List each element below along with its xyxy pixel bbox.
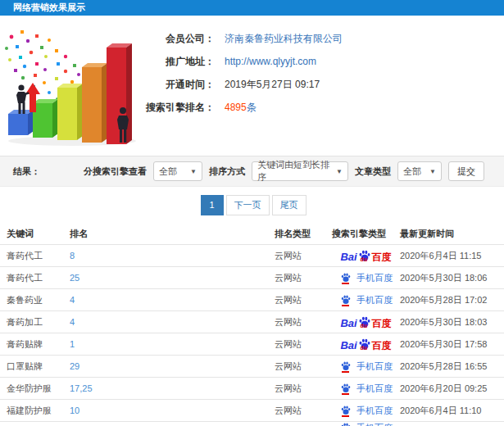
updated-cell: 2020年6月20日 09:25 (400, 383, 504, 395)
rank-cell: 17,25 (70, 383, 275, 393)
baidu-mobile-badge: 手机百度 (339, 383, 393, 395)
table-row: 秦鲁药业4云网站手机百度2020年5月28日 17:02 (0, 288, 504, 310)
page-title: 网络营销效果展示 (13, 2, 85, 14)
filter-bar: 结果： 分搜索引擎查看 全部 ▼ 排序方式 关键词由短到长排序 ▼ 文章类型 全… (0, 156, 504, 187)
info-row-open-time: 开通时间： 2019年5月27日 09:17 (139, 73, 504, 96)
keyword-cell: 膏药代工 (7, 250, 70, 262)
page-1-button[interactable]: 1 (201, 195, 224, 215)
ranking-count-unit: 条 (247, 102, 257, 113)
pagination: 1 下一页 尾页 (198, 195, 306, 215)
rank-type-cell: 云网站 (275, 316, 332, 329)
engine-cell: 手机百度 (332, 405, 400, 417)
engine-view-select[interactable]: 全部 ▼ (153, 161, 202, 181)
baidu-mobile-badge: 手机百度 (339, 360, 393, 373)
baidu-mobile-badge: 手机百度 (339, 405, 393, 417)
promo-url-label: 推广地址： (139, 55, 215, 69)
info-row-company: 会员公司： 济南秦鲁药业科技有限公司 (139, 27, 504, 50)
engine-cell: 手机百度 (332, 294, 400, 306)
updated-cell: 2020年5月30日 18:06 (400, 272, 504, 284)
engine-cell: Baidu百度 (332, 315, 400, 329)
baidu-mobile-badge: 手机百度 (339, 294, 393, 306)
updated-cell: 2020年6月4日 11:15 (400, 250, 504, 262)
rank-link[interactable]: 29 (70, 361, 79, 371)
rank-cell: 29 (70, 361, 275, 371)
baidu-underline (342, 371, 349, 373)
rank-link[interactable]: 25 (70, 273, 79, 283)
businessman-left (16, 84, 30, 114)
engine-view-selected-value: 全部 (159, 165, 184, 178)
last-page-button[interactable]: 尾页 (272, 195, 306, 215)
open-time-value: 2019年5月27日 09:17 (225, 78, 320, 92)
engine-cell: 手机百度 (332, 360, 400, 373)
baidu-mobile-badge: 手机百度 (339, 422, 393, 426)
rank-link[interactable]: 8 (70, 251, 75, 261)
table-row: 膏药加工4云网站Baidu百度2020年5月30日 18:03 (0, 310, 504, 333)
baidu-mobile-badge: 手机百度 (339, 272, 393, 284)
info-row-url: 推广地址： http://www.qlyyjt.com (139, 50, 504, 73)
keyword-cell: 膏药贴牌 (7, 338, 70, 351)
rank-cell: 4 (70, 295, 275, 305)
rank-cell: 1 (70, 339, 275, 349)
table-row: 口罩贴牌29云网站手机百度2020年5月28日 16:55 (0, 355, 504, 377)
rank-link[interactable]: 10 (70, 406, 79, 415)
rank-type-cell: 云网站 (275, 294, 332, 306)
keyword-cell: 秦鲁药业 (7, 294, 70, 306)
table-row: 金华防护服17,25云网站手机百度2020年6月20日 09:25 (0, 377, 504, 399)
engine-cell: 手机百度 (332, 383, 400, 395)
engine-cell: Baidu百度 (332, 249, 400, 262)
member-info-panel: 会员公司： 济南秦鲁药业科技有限公司 推广地址： http://www.qlyy… (139, 16, 504, 156)
updated-cell: 2020年5月28日 17:02 (400, 294, 504, 306)
keyword-cell: 膏药代工 (7, 272, 70, 284)
info-row-ranking-count: 搜索引擎排名： 4895条 (139, 96, 504, 119)
updated-cell: 2020年6月4日 11:10 (400, 405, 504, 417)
baidu-underline (342, 415, 349, 417)
rank-cell: 4 (70, 317, 275, 327)
result-label: 结果： (13, 165, 40, 178)
table-row: 福建防护服10云网站手机百度2020年6月4日 11:10 (0, 399, 504, 421)
rank-cell: 8 (70, 251, 275, 261)
company-label: 会员公司： (139, 32, 215, 46)
promo-url-link[interactable]: http://www.qlyyjt.com (225, 56, 316, 67)
sort-selected-value: 关键词由短到长排序 (257, 159, 329, 184)
sort-label: 排序方式 (209, 165, 245, 178)
col-header-updated: 最新更新时间 (400, 228, 504, 240)
rank-type-cell: 云网站 (275, 405, 332, 417)
keyword-cell: 膏药加工 (7, 316, 70, 329)
rank-cell: 10 (70, 406, 275, 415)
rank-link[interactable]: 4 (70, 317, 75, 327)
article-type-label: 文章类型 (355, 165, 391, 178)
baidu-paw-icon (340, 294, 352, 305)
pagination-area: 1 下一页 尾页 (0, 187, 504, 223)
engine-view-label: 分搜索引擎查看 (84, 165, 147, 178)
next-page-button[interactable]: 下一页 (226, 195, 270, 215)
table-row: 膏药代工8云网站Baidu百度2020年6月4日 11:15 (0, 244, 504, 266)
rank-link[interactable]: 1 (70, 339, 75, 349)
ranking-count-label: 搜索引擎排名： (139, 101, 215, 115)
submit-button[interactable]: 提交 (448, 161, 484, 181)
rank-link[interactable]: 4 (70, 295, 75, 305)
updated-cell: 2020年5月30日 18:03 (400, 316, 504, 329)
chevron-down-icon: ▼ (190, 168, 197, 175)
chevron-down-icon: ▼ (336, 168, 343, 175)
window-titlebar: 网络营销效果展示 (0, 0, 504, 16)
table-row: 膏药代工25云网站手机百度2020年5月30日 18:06 (0, 266, 504, 288)
baidu-paw-icon (340, 422, 352, 426)
marketing-growth-chart-illustration (0, 24, 139, 148)
baidu-paw-icon (340, 405, 352, 415)
results-table-body: 膏药代工8云网站Baidu百度2020年6月4日 11:15膏药代工25云网站手… (0, 244, 504, 426)
rank-type-cell: 云网站 (275, 383, 332, 395)
baidu-underline (342, 283, 349, 284)
rank-cell: 25 (70, 273, 275, 283)
article-type-select[interactable]: 全部 ▼ (397, 161, 442, 181)
company-link[interactable]: 济南秦鲁药业科技有限公司 (225, 32, 343, 46)
baidu-paw-icon (340, 383, 352, 393)
rank-type-cell: 云网站 (275, 338, 332, 351)
chevron-down-icon: ▼ (429, 168, 436, 175)
keyword-cell: 口罩贴牌 (7, 360, 70, 373)
baidu-underline (342, 393, 349, 395)
col-header-rank-type: 排名类型 (275, 228, 332, 240)
sort-select[interactable]: 关键词由短到长排序 ▼ (252, 161, 348, 181)
rank-link[interactable]: 17,25 (70, 383, 93, 393)
engine-cell: Baidu百度 (332, 338, 400, 351)
summary-section: 会员公司： 济南秦鲁药业科技有限公司 推广地址： http://www.qlyy… (0, 16, 504, 156)
